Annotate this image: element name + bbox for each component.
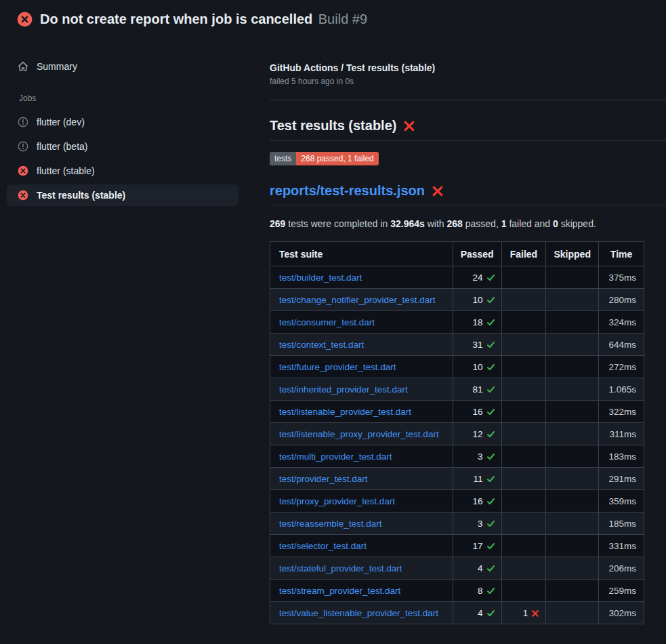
skipped-cell — [546, 557, 599, 580]
col-time: Time — [599, 242, 644, 266]
failed-cell — [501, 512, 546, 535]
sidebar-item-test-results-stable[interactable]: Test results (stable) — [7, 184, 238, 206]
job-label: flutter (stable) — [37, 165, 95, 176]
report-title: reports/test-results.json — [270, 183, 666, 199]
summary-line: 269 tests were completed in 32.964s with… — [270, 218, 666, 229]
failure-icon — [17, 12, 33, 27]
suite-link[interactable]: test/provider_test.dart — [279, 474, 368, 484]
failed-cell — [501, 557, 546, 580]
suite-link[interactable]: test/listenable_proxy_provider_test.dart — [279, 429, 439, 439]
failed-cell — [501, 580, 546, 602]
suite-cell: test/listenable_proxy_provider_test.dart — [270, 423, 453, 445]
check-icon — [486, 385, 495, 394]
col-failed: Failed — [501, 242, 546, 266]
suite-link[interactable]: test/selector_test.dart — [279, 541, 367, 551]
sidebar-item-summary[interactable]: Summary — [7, 56, 238, 77]
header-text: Do not create report when job is cancell… — [40, 12, 367, 27]
suite-link[interactable]: test/stream_provider_test.dart — [279, 586, 400, 596]
suite-cell: test/listenable_provider_test.dart — [270, 401, 453, 423]
summary-label: Summary — [37, 61, 77, 72]
suite-cell: test/stateful_provider_test.dart — [270, 557, 453, 580]
suite-link[interactable]: test/inherited_provider_test.dart — [279, 384, 408, 395]
report-link[interactable]: reports/test-results.json — [270, 183, 425, 199]
suite-link[interactable]: test/multi_provider_test.dart — [279, 451, 392, 462]
sidebar-item-flutter-dev[interactable]: flutter (dev) — [7, 111, 238, 133]
sidebar-item-flutter-stable[interactable]: flutter (stable) — [7, 160, 238, 182]
skipped-cell — [546, 490, 599, 512]
job-label: flutter (beta) — [37, 141, 87, 152]
check-icon — [486, 407, 495, 416]
skipped-cell — [546, 289, 599, 311]
passed-cell: 17 — [453, 535, 501, 557]
table-row: test/builder_test.dart24375ms — [270, 266, 644, 289]
suite-link[interactable]: test/context_test.dart — [279, 340, 364, 350]
check-icon — [486, 452, 495, 461]
table-row: test/reassemble_test.dart3185ms — [270, 512, 644, 535]
time-cell: 206ms — [599, 557, 644, 580]
skipped-cell — [546, 445, 599, 468]
passed-cell: 3 — [453, 445, 501, 468]
suite-cell: test/future_provider_test.dart — [270, 356, 453, 378]
suite-cell: test/proxy_provider_test.dart — [270, 490, 453, 512]
failed-cell — [501, 378, 546, 401]
check-icon — [486, 475, 495, 483]
check-icon — [486, 363, 495, 371]
passed-cell: 10 — [453, 289, 501, 311]
failed-cell — [501, 468, 546, 490]
neutral-status-icon — [18, 141, 28, 152]
suite-cell: test/inherited_provider_test.dart — [270, 378, 453, 401]
suite-link[interactable]: test/reassemble_test.dart — [279, 519, 382, 529]
suite-cell: test/reassemble_test.dart — [270, 512, 453, 535]
run-status-line: failed 5 hours ago in 0s — [270, 77, 666, 86]
home-icon — [18, 61, 28, 72]
table-row: test/consumer_test.dart18324ms — [270, 311, 644, 334]
failed-cell — [501, 311, 546, 334]
table-header-row: Test suite Passed Failed Skipped Time — [270, 242, 644, 266]
time-cell: 302ms — [599, 602, 644, 624]
passed-cell: 4 — [453, 557, 501, 580]
results-table: Test suite Passed Failed Skipped Time te… — [270, 241, 644, 624]
divider — [270, 140, 666, 141]
suite-link[interactable]: test/builder_test.dart — [279, 273, 362, 283]
suite-cell: test/multi_provider_test.dart — [270, 445, 453, 468]
badge-value: 268 passed, 1 failed — [296, 152, 378, 165]
breadcrumb: GitHub Actions / Test results (stable) — [270, 62, 666, 73]
time-cell: 375ms — [599, 266, 644, 289]
suite-link[interactable]: test/listenable_provider_test.dart — [279, 407, 411, 417]
section-title-text: Test results (stable) — [270, 118, 396, 134]
skipped-cell — [546, 378, 599, 401]
suite-link[interactable]: test/future_provider_test.dart — [279, 362, 396, 372]
passed-cell: 8 — [453, 580, 501, 602]
time-cell: 322ms — [599, 401, 644, 423]
section-title: Test results (stable) — [270, 118, 666, 134]
sidebar-item-flutter-beta[interactable]: flutter (beta) — [7, 136, 238, 157]
table-row: test/provider_test.dart11291ms — [270, 468, 644, 490]
skipped-cell — [546, 266, 599, 289]
col-test-suite: Test suite — [270, 242, 453, 266]
divider — [270, 100, 666, 100]
failed-x-icon — [432, 185, 444, 197]
table-row: test/inherited_provider_test.dart811.065… — [270, 378, 644, 401]
table-row: test/proxy_provider_test.dart16359ms — [270, 490, 644, 512]
suite-link[interactable]: test/consumer_test.dart — [279, 317, 375, 327]
check-icon — [486, 340, 495, 349]
suite-link[interactable]: test/proxy_provider_test.dart — [279, 496, 395, 506]
time-cell: 183ms — [599, 445, 644, 468]
passed-cell: 81 — [453, 378, 501, 401]
table-row: test/future_provider_test.dart10272ms — [270, 356, 644, 378]
suite-cell: test/selector_test.dart — [270, 535, 453, 557]
failed-cell — [501, 356, 546, 378]
check-icon — [486, 519, 495, 528]
page-header: Do not create report when job is cancell… — [0, 0, 666, 38]
skipped-cell — [546, 311, 599, 334]
skipped-cell — [546, 535, 599, 557]
suite-link[interactable]: test/value_listenable_provider_test.dart — [279, 608, 438, 618]
table-row: test/selector_test.dart17331ms — [270, 535, 644, 557]
suite-link[interactable]: test/change_notifier_provider_test.dart — [279, 295, 435, 305]
col-passed: Passed — [453, 242, 501, 266]
skipped-cell — [546, 356, 599, 378]
passed-cell: 16 — [453, 490, 501, 512]
suite-cell: test/builder_test.dart — [270, 266, 453, 289]
failed-cell — [501, 334, 546, 356]
suite-link[interactable]: test/stateful_provider_test.dart — [279, 563, 402, 573]
